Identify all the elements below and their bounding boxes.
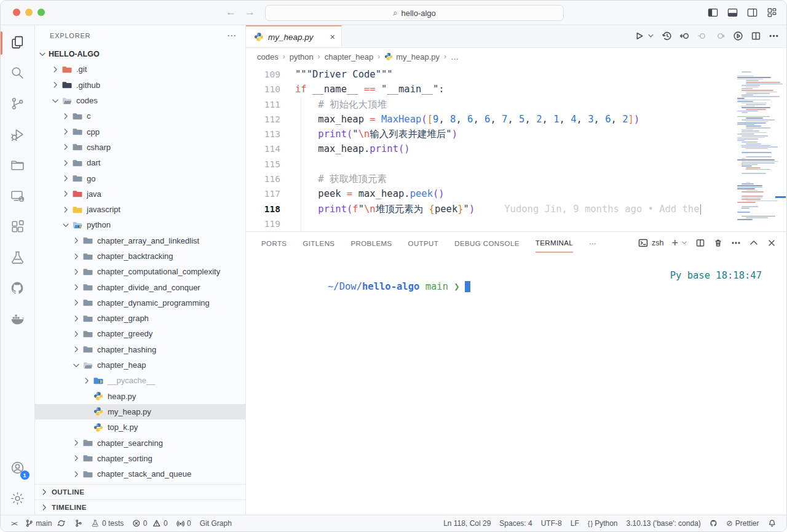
- customize-layout-icon[interactable]: [766, 7, 778, 18]
- tree-item-codes[interactable]: codes: [35, 93, 245, 108]
- terminal[interactable]: ~/Dow/hello-algo main ❯ Py base 18:18:47: [246, 254, 786, 515]
- tree-item-javascript[interactable]: javascript: [35, 202, 245, 217]
- breadcrumb-item[interactable]: my_heap.py: [384, 52, 440, 62]
- tree-item-chapter-dynamic-programming[interactable]: chapter_dynamic_programming: [35, 295, 245, 311]
- activity-github[interactable]: [1, 274, 35, 304]
- tree-item-my-heap-py[interactable]: my_heap.py: [35, 404, 245, 419]
- tree-item-python[interactable]: python: [35, 217, 245, 232]
- tree-item-csharp[interactable]: csharp: [35, 140, 245, 155]
- panel-tab-debug-console[interactable]: DEBUG CONSOLE: [454, 234, 520, 252]
- close-panel-icon[interactable]: [767, 238, 777, 248]
- tree-item-chapter-array-and-linkedlist[interactable]: chapter_array_and_linkedlist: [35, 233, 245, 248]
- activity-project-manager[interactable]: [1, 151, 35, 181]
- tree-item-chapter-computational-complexity[interactable]: chapter_computational_complexity: [35, 264, 245, 279]
- toggle-secondary-sidebar-icon[interactable]: [746, 7, 758, 18]
- breadcrumb-item[interactable]: …: [451, 52, 459, 62]
- tree-item-chapter-divide-and-conquer[interactable]: chapter_divide_and_conquer: [35, 279, 245, 295]
- panel-tab-ports[interactable]: PORTS: [261, 234, 287, 252]
- panel-tab-gitlens[interactable]: GITLENS: [303, 234, 334, 252]
- command-center-search[interactable]: ⌕ hello-algo: [265, 5, 564, 21]
- tree-item--github[interactable]: .github: [35, 77, 245, 93]
- close-window-button[interactable]: [13, 9, 20, 16]
- tree-item-chapter-greedy[interactable]: chapter_greedy: [35, 326, 245, 341]
- status-left-1-main[interactable]: main: [21, 519, 70, 528]
- section-outline[interactable]: OUTLINE: [35, 484, 245, 499]
- maximize-window-button[interactable]: [38, 9, 45, 16]
- status-right-3-lf[interactable]: LF: [566, 519, 583, 528]
- run-icon[interactable]: [634, 31, 644, 41]
- status-left-2[interactable]: [70, 519, 87, 528]
- minimize-window-button[interactable]: [25, 9, 33, 16]
- tree-item-top-k-py[interactable]: top_k.py: [35, 419, 245, 435]
- breadcrumb-item[interactable]: chapter_heap: [325, 52, 374, 62]
- status-right-5-3-10-13-base-conda[interactable]: 3.10.13 ('base': conda): [622, 519, 705, 528]
- tree-item-java[interactable]: java: [35, 186, 245, 202]
- activity-settings[interactable]: [1, 484, 35, 515]
- run-below-icon[interactable]: [733, 31, 743, 41]
- panel-tab-terminal[interactable]: TERMINAL: [536, 233, 573, 253]
- section-timeline[interactable]: TIMELINE: [35, 499, 245, 515]
- activity-accounts[interactable]: 1: [1, 453, 35, 484]
- activity-docker[interactable]: [1, 304, 35, 335]
- tree-item-chapter-sorting[interactable]: chapter_sorting: [35, 451, 245, 466]
- status-right-6[interactable]: [705, 519, 722, 528]
- status-left-5-0[interactable]: 0: [172, 519, 196, 528]
- tree-item-heap-py[interactable]: heap.py: [35, 389, 245, 404]
- tree-item--pycache-[interactable]: __pycache__: [35, 373, 245, 388]
- toggle-sidebar-icon[interactable]: [707, 7, 719, 18]
- close-tab-icon[interactable]: ×: [330, 32, 335, 42]
- tree-item-chapter-searching[interactable]: chapter_searching: [35, 435, 245, 450]
- status-left-0[interactable]: ><: [7, 520, 21, 527]
- run-dropdown-chevron[interactable]: [652, 33, 654, 39]
- split-terminal-icon[interactable]: [695, 238, 705, 248]
- more-actions-icon[interactable]: [731, 238, 741, 248]
- go-forward-icon[interactable]: →: [245, 6, 255, 18]
- tree-item-chapter-graph[interactable]: chapter_graph: [35, 311, 245, 326]
- next-change-icon[interactable]: [715, 31, 726, 41]
- minimap[interactable]: [731, 65, 786, 231]
- status-right-2-utf-8[interactable]: UTF-8: [537, 519, 566, 528]
- previous-change-icon[interactable]: [697, 31, 708, 41]
- shell-selector[interactable]: zsh: [638, 238, 663, 248]
- tree-item-go[interactable]: go: [35, 170, 245, 186]
- status-right-8[interactable]: [764, 519, 781, 528]
- kill-terminal-icon[interactable]: [713, 238, 723, 248]
- activity-source-control[interactable]: [1, 89, 35, 120]
- panel-tab-output[interactable]: OUTPUT: [408, 234, 439, 252]
- activity-search[interactable]: [1, 58, 35, 89]
- status-left-6-git-graph[interactable]: Git Graph: [196, 519, 236, 528]
- open-changes-icon[interactable]: [679, 31, 690, 41]
- split-editor-icon[interactable]: [751, 31, 761, 41]
- tree-item--git[interactable]: .git: [35, 62, 245, 77]
- tab-my-heap-py[interactable]: my_heap.py ×: [246, 25, 342, 47]
- toggle-panel-icon[interactable]: [727, 7, 738, 18]
- file-history-icon[interactable]: [662, 31, 672, 41]
- views-more-actions-icon[interactable]: ⋯: [227, 30, 237, 41]
- terminal-dropdown-chevron[interactable]: [686, 240, 687, 246]
- tree-item-cpp[interactable]: cpp: [35, 124, 245, 139]
- new-terminal-icon[interactable]: +: [671, 237, 678, 250]
- tree-item-chapter-stack-and-queue[interactable]: chapter_stack_and_queue: [35, 466, 245, 482]
- more-actions-icon[interactable]: [769, 31, 779, 41]
- activity-explorer[interactable]: [1, 28, 35, 58]
- activity-testing[interactable]: [1, 243, 35, 274]
- tree-item-c[interactable]: c: [35, 108, 245, 124]
- status-left-3-0-tests[interactable]: 0 tests: [87, 519, 128, 528]
- status-right-1-spaces-4[interactable]: Spaces: 4: [495, 519, 536, 528]
- panel-tabs-more-icon[interactable]: ⋯: [589, 233, 597, 253]
- tree-item-hello-algo[interactable]: HELLO-ALGO: [35, 46, 245, 62]
- tree-item-chapter-hashing[interactable]: chapter_hashing: [35, 342, 245, 357]
- status-right-0-ln-118-col-29[interactable]: Ln 118, Col 29: [439, 519, 495, 528]
- tree-item-chapter-heap[interactable]: chapter_heap: [35, 357, 245, 373]
- go-back-icon[interactable]: ←: [226, 6, 236, 18]
- status-right-7-prettier[interactable]: ⊘Prettier: [722, 519, 763, 528]
- status-right-4-python[interactable]: { }Python: [583, 519, 622, 528]
- maximize-panel-icon[interactable]: [749, 238, 759, 248]
- breadcrumb-item[interactable]: codes: [257, 52, 279, 62]
- activity-run-debug[interactable]: [1, 120, 35, 151]
- tree-item-dart[interactable]: dart: [35, 155, 245, 170]
- code-editor[interactable]: 109"""Driver Code"""110if __name__ == "_…: [246, 65, 786, 231]
- activity-remote-explorer[interactable]: [1, 181, 35, 212]
- panel-tab-problems[interactable]: PROBLEMS: [350, 234, 392, 252]
- tree-item-chapter-backtracking[interactable]: chapter_backtracking: [35, 248, 245, 264]
